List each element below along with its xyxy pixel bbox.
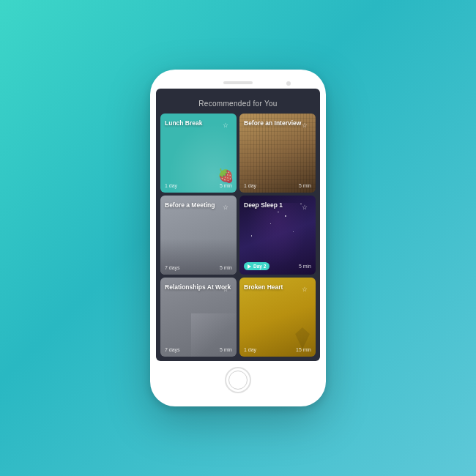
card-days-6: 1 day [244, 347, 256, 352]
star-icon-6[interactable]: ☆ [302, 286, 308, 293]
home-button-inner [228, 371, 248, 390]
card-footer-5: 7 days 5 min [165, 347, 232, 352]
star-icon-1[interactable]: ☆ [223, 122, 228, 129]
phone-screen: Recommended for You ☆ Lunch Break 1 day … [156, 89, 320, 361]
card-deep-sleep[interactable]: ☆ Deep Sleep 1 Day 2 5 min [239, 196, 316, 275]
card-before-meeting[interactable]: ☆ Before a Meeting 7 days 5 min [160, 196, 237, 275]
day-badge-label: Day 2 [253, 264, 266, 269]
card-lunch-break[interactable]: ☆ Lunch Break 1 day 5 min [160, 114, 237, 193]
card-footer-4: Day 2 5 min [244, 262, 311, 270]
card-days-2: 1 day [244, 183, 256, 188]
card-days-5: 7 days [165, 347, 180, 352]
phone-top-bar [156, 78, 320, 89]
star-icon-2[interactable]: ☆ [302, 122, 308, 129]
card-footer-6: 1 day 15 min [244, 347, 311, 352]
card-footer-3: 7 days 5 min [165, 265, 232, 270]
phone-camera [286, 81, 291, 86]
card-days-3: 7 days [165, 265, 180, 270]
day-badge[interactable]: Day 2 [244, 262, 269, 270]
card-days-1: 1 day [165, 183, 177, 188]
card-min-3: 5 min [220, 265, 232, 270]
screen-title: Recommended for You [198, 100, 277, 108]
card-footer-2: 1 day 5 min [244, 183, 311, 188]
card-min-2: 5 min [299, 183, 311, 188]
card-footer-1: 1 day 5 min [165, 183, 232, 188]
card-min-6: 15 min [296, 347, 311, 352]
card-relationships-work[interactable]: ☆ Relationships At Work 7 days 5 min [160, 278, 237, 357]
card-min-4: 5 min [299, 264, 311, 269]
card-min-5: 5 min [220, 347, 232, 352]
phone-frame: Recommended for You ☆ Lunch Break 1 day … [150, 70, 326, 406]
star-icon-4[interactable]: ☆ [302, 204, 308, 211]
star-icon-3[interactable]: ☆ [223, 204, 228, 211]
card-before-interview[interactable]: ☆ Before an Interview 1 day 5 min [239, 114, 316, 193]
card-broken-heart[interactable]: ☆ Broken Heart 1 day 15 min [239, 278, 316, 357]
play-icon [248, 264, 251, 269]
home-button[interactable] [225, 367, 251, 393]
cards-grid: ☆ Lunch Break 1 day 5 min ☆ Before an In… [156, 114, 320, 361]
star-icon-5[interactable]: ☆ [223, 286, 228, 293]
card-min-1: 5 min [220, 183, 232, 188]
screen-header: Recommended for You [156, 89, 320, 114]
phone-speaker [223, 81, 253, 84]
